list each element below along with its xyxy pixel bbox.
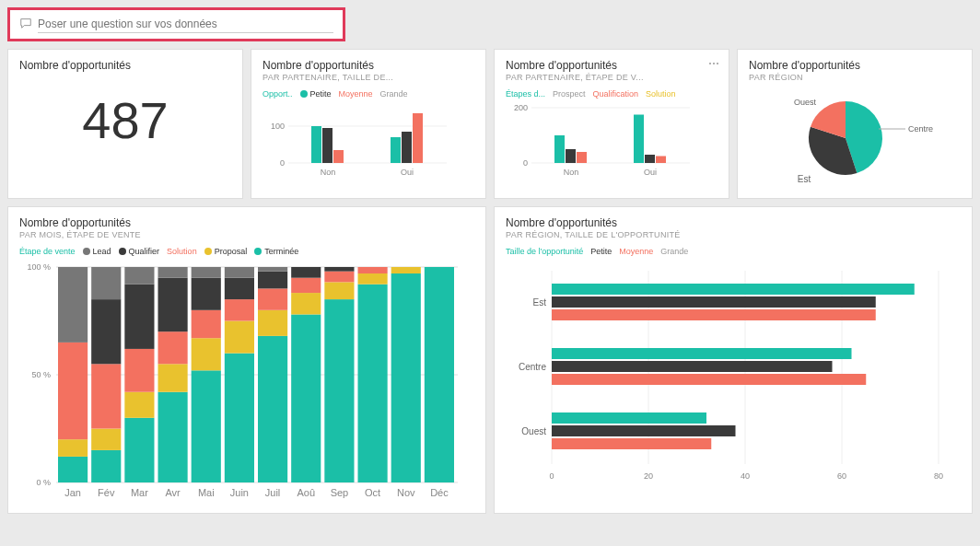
svg-rect-54: [158, 331, 188, 364]
svg-text:Sep: Sep: [331, 487, 349, 498]
chart-region-size: 020406080EstCentreOuest: [506, 261, 948, 482]
svg-rect-85: [324, 267, 354, 272]
svg-rect-44: [91, 267, 121, 299]
svg-text:0: 0: [549, 471, 554, 481]
tile-title: Nombre d'opportunités: [749, 59, 961, 72]
svg-rect-67: [225, 278, 254, 299]
svg-rect-20: [634, 115, 644, 164]
svg-text:200: 200: [514, 104, 528, 112]
tile-region[interactable]: Nombre d'opportunités PAR RÉGION CentreE…: [737, 49, 973, 199]
svg-text:100: 100: [271, 122, 285, 131]
svg-text:Mai: Mai: [198, 487, 215, 498]
tile-month-stage[interactable]: Nombre d'opportunités PAR MOIS, ÉTAPE DE…: [7, 206, 486, 514]
svg-rect-120: [552, 348, 852, 359]
svg-rect-36: [58, 343, 88, 439]
svg-rect-64: [225, 354, 254, 482]
svg-rect-72: [258, 288, 287, 309]
svg-rect-70: [258, 336, 287, 482]
svg-rect-84: [324, 272, 354, 283]
svg-rect-94: [391, 273, 421, 482]
svg-rect-22: [656, 157, 666, 164]
svg-rect-77: [291, 293, 321, 314]
svg-rect-46: [124, 418, 154, 482]
svg-rect-117: [552, 296, 876, 308]
svg-rect-50: [124, 267, 154, 285]
svg-rect-59: [192, 338, 221, 370]
svg-rect-126: [552, 438, 711, 449]
svg-rect-43: [91, 299, 121, 364]
chart-region-pie: CentreEstOuest: [763, 87, 947, 189]
svg-rect-48: [124, 349, 154, 392]
svg-rect-38: [58, 267, 88, 343]
svg-rect-55: [158, 278, 188, 332]
svg-rect-90: [358, 267, 388, 273]
svg-text:Mar: Mar: [131, 487, 148, 498]
svg-rect-10: [413, 113, 423, 163]
svg-text:Jan: Jan: [64, 487, 81, 498]
legend: Opport.. Petite Moyenne Grande: [262, 89, 474, 99]
svg-text:Centre: Centre: [908, 124, 933, 134]
svg-rect-73: [258, 272, 287, 289]
svg-rect-41: [91, 429, 121, 450]
svg-rect-61: [192, 278, 221, 310]
svg-text:Non: Non: [321, 168, 336, 177]
svg-rect-79: [291, 267, 321, 278]
tile-subtitle: PAR RÉGION: [749, 73, 961, 82]
tile-subtitle: PAR PARTENAIRE, ÉTAPE DE V...: [506, 73, 718, 82]
svg-text:Est: Est: [533, 297, 547, 308]
svg-text:Oct: Oct: [365, 487, 380, 498]
svg-rect-42: [91, 364, 121, 428]
svg-rect-52: [158, 392, 188, 482]
tile-subtitle: PAR MOIS, ÉTAPE DE VENTE: [19, 230, 474, 239]
tile-title: Nombre d'opportunités: [506, 216, 961, 229]
svg-rect-65: [225, 321, 254, 354]
chart-month-stage: 0 %50 %100 %JanFévMarAvrMaiJuinJuilAoûSe…: [19, 261, 461, 501]
tile-menu-icon[interactable]: ⋯: [708, 57, 719, 70]
dashboard-grid: Nombre d'opportunités 487 Nombre d'oppor…: [7, 49, 973, 514]
qa-search-bar[interactable]: [7, 7, 345, 41]
svg-rect-118: [552, 309, 876, 320]
svg-text:Est: Est: [798, 174, 811, 184]
svg-rect-49: [124, 285, 154, 349]
legend: Taille de l'opportunité Petite Moyenne G…: [506, 247, 961, 256]
chat-icon: [19, 17, 32, 32]
svg-rect-5: [322, 128, 332, 163]
svg-rect-18: [577, 152, 587, 163]
svg-rect-76: [291, 314, 321, 482]
legend: Étapes d... Prospect Qualification Solut…: [506, 89, 718, 99]
svg-rect-66: [225, 299, 254, 320]
svg-text:60: 60: [837, 471, 846, 481]
svg-text:Juin: Juin: [230, 487, 249, 498]
svg-text:0: 0: [523, 158, 528, 168]
svg-rect-62: [192, 267, 221, 278]
svg-rect-122: [552, 374, 866, 385]
svg-rect-17: [566, 149, 576, 163]
svg-rect-4: [311, 126, 321, 163]
tile-partner-stage[interactable]: ⋯ Nombre d'opportunités PAR PARTENAIRE, …: [494, 49, 729, 199]
tile-partner-size[interactable]: Nombre d'opportunités PAR PARTENAIRE, TA…: [251, 49, 486, 199]
tile-title: Nombre d'opportunités: [506, 59, 718, 72]
svg-text:20: 20: [644, 471, 653, 481]
svg-text:40: 40: [741, 471, 750, 481]
svg-text:Aoû: Aoû: [297, 487, 315, 498]
svg-text:Nov: Nov: [397, 487, 415, 498]
svg-rect-78: [291, 278, 321, 293]
svg-rect-124: [552, 412, 706, 424]
tile-kpi[interactable]: Nombre d'opportunités 487: [7, 49, 243, 199]
svg-rect-60: [192, 310, 221, 338]
tile-region-size[interactable]: Nombre d'opportunités PAR RÉGION, TAILLE…: [494, 206, 973, 514]
svg-text:50 %: 50 %: [31, 370, 51, 379]
tile-title: Nombre d'opportunités: [19, 216, 474, 229]
svg-rect-47: [124, 392, 154, 418]
svg-rect-89: [358, 273, 388, 285]
legend-label: Taille de l'opportunité: [506, 247, 583, 256]
svg-text:Ouest: Ouest: [794, 98, 817, 107]
kpi-value: 487: [19, 90, 231, 150]
svg-text:Ouest: Ouest: [521, 426, 546, 436]
svg-rect-121: [552, 361, 833, 372]
chart-partner-size: 0100NonOui: [262, 104, 447, 178]
svg-rect-82: [324, 299, 354, 482]
qa-input[interactable]: [38, 16, 333, 33]
svg-rect-88: [358, 285, 388, 482]
svg-rect-9: [402, 132, 412, 163]
